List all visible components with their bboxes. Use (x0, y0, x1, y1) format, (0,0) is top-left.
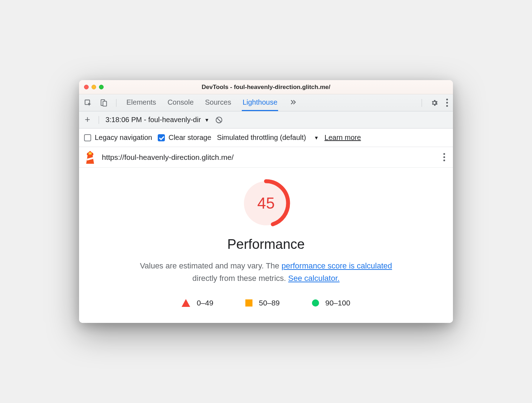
report-menu-icon[interactable] (441, 151, 447, 163)
report-url: https://foul-heavenly-direction.glitch.m… (102, 153, 435, 162)
svg-rect-2 (103, 101, 106, 106)
gear-icon[interactable] (428, 97, 440, 109)
devtools-tabbar: Elements Console Sources Lighthouse (79, 94, 453, 111)
divider (116, 99, 116, 107)
checkbox-unchecked-icon (84, 134, 91, 141)
more-menu-icon[interactable] (444, 96, 450, 109)
throttling-label: Simulated throttling (default) (217, 134, 306, 142)
divider (99, 116, 99, 124)
report-select-label: 3:18:06 PM - foul-heavenly-dir (105, 116, 201, 124)
tab-overflow[interactable] (288, 94, 297, 111)
performance-heading: Performance (93, 237, 439, 252)
checkbox-checked-icon (158, 134, 165, 141)
device-toolbar-icon[interactable] (98, 97, 110, 109)
tabs: Elements Console Sources Lighthouse (126, 94, 297, 111)
legend-pass-range: 90–100 (325, 299, 350, 307)
score-calculated-link[interactable]: performance score is calculated (281, 261, 392, 270)
lighthouse-report: 45 Performance Values are estimated and … (79, 168, 453, 323)
traffic-lights (84, 85, 104, 89)
performance-gauge[interactable]: 45 (241, 178, 291, 228)
close-window-button[interactable] (84, 85, 89, 89)
learn-more-link[interactable]: Learn more (324, 134, 361, 142)
throttling-select[interactable]: Simulated throttling (default) ▼ (217, 134, 319, 142)
inspect-element-icon[interactable] (82, 97, 94, 109)
lighthouse-subtoolbar: + 3:18:06 PM - foul-heavenly-dir ▼ (79, 111, 453, 129)
lighthouse-options: Legacy navigation Clear storage Simulate… (79, 129, 453, 147)
titlebar: DevTools - foul-heavenly-direction.glitc… (79, 80, 453, 94)
devtools-window: DevTools - foul-heavenly-direction.glitc… (79, 80, 453, 323)
triangle-icon (182, 299, 190, 307)
performance-score: 45 (241, 178, 291, 228)
tab-lighthouse[interactable]: Lighthouse (242, 94, 278, 111)
url-row: https://foul-heavenly-direction.glitch.m… (79, 147, 453, 168)
see-calculator-link[interactable]: See calculator. (288, 274, 339, 283)
legend-average: 50–89 (245, 299, 280, 307)
score-legend: 0–49 50–89 90–100 (93, 299, 439, 307)
window-title: DevTools - foul-heavenly-direction.glitc… (79, 84, 453, 91)
chevron-down-icon: ▼ (204, 117, 209, 123)
legend-fail: 0–49 (182, 299, 213, 307)
clear-storage-label: Clear storage (168, 134, 211, 142)
performance-description: Values are estimated and may vary. The p… (127, 260, 405, 284)
tabbar-left (82, 97, 122, 109)
legend-average-range: 50–89 (259, 299, 280, 307)
minimize-window-button[interactable] (92, 85, 96, 89)
divider (422, 99, 422, 107)
maximize-window-button[interactable] (99, 85, 104, 89)
report-select[interactable]: 3:18:06 PM - foul-heavenly-dir ▼ (105, 116, 209, 124)
tab-sources[interactable]: Sources (204, 94, 232, 111)
legend-fail-range: 0–49 (197, 299, 213, 307)
new-report-button[interactable]: + (83, 115, 92, 125)
tab-elements[interactable]: Elements (126, 94, 157, 111)
circle-icon (312, 299, 319, 307)
svg-rect-5 (89, 152, 92, 155)
clear-icon[interactable] (213, 114, 225, 126)
chevron-down-icon: ▼ (314, 135, 319, 141)
legacy-navigation-checkbox[interactable]: Legacy navigation (84, 134, 152, 142)
tab-console[interactable]: Console (167, 94, 194, 111)
svg-line-4 (217, 118, 221, 122)
lighthouse-logo-icon (85, 151, 95, 164)
square-icon (245, 299, 252, 307)
clear-storage-checkbox[interactable]: Clear storage (158, 134, 211, 142)
legacy-navigation-label: Legacy navigation (95, 134, 152, 142)
legend-pass: 90–100 (312, 299, 350, 307)
tabbar-right (419, 96, 450, 109)
